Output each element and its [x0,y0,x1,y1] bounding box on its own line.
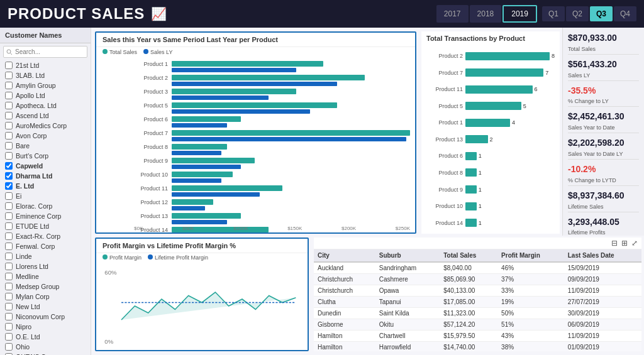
expand-icon[interactable]: ⤢ [631,239,638,248]
customer-checkbox[interactable] [5,172,13,180]
customer-checkbox[interactable] [5,112,13,119]
total-bar [172,199,213,205]
list-item[interactable]: New Ltd [0,302,91,312]
table-row[interactable]: ChristchurchCashmere$85,069.9037%09/09/2… [314,274,641,285]
customer-checkbox[interactable] [5,263,13,270]
customer-checkbox[interactable] [5,152,13,160]
list-item[interactable]: Capweld [0,161,91,171]
list-item[interactable]: Ascend Ltd [0,111,91,121]
quarter-tab-Q4[interactable]: Q4 [614,6,636,21]
list-item[interactable]: E. Ltd [0,181,91,191]
year-tabs: 201720182019 [436,5,537,23]
table-column-header: City [314,249,375,262]
customer-checkbox[interactable] [5,273,13,280]
customer-checkbox[interactable] [5,232,13,240]
table-cell: Opawa [375,285,440,297]
table-row[interactable]: CluthaTapanui$17,085.0019%27/07/2019 [314,297,641,308]
quarter-tab-Q2[interactable]: Q2 [566,6,589,21]
list-item[interactable]: Bare [0,141,91,151]
quarter-tab-Q3[interactable]: Q3 [590,6,613,21]
table-row[interactable]: HamiltonChartwell$15,979.5043%11/09/2019 [314,330,641,342]
list-item[interactable]: 21st Ltd [0,60,91,70]
list-item[interactable]: ETUDE Ltd [0,221,91,231]
customer-checkbox[interactable] [5,72,13,79]
customer-checkbox[interactable] [5,182,13,190]
customer-checkbox[interactable] [5,293,13,300]
table-row[interactable]: GisborneOkitu$57,124.2051%06/09/2019 [314,319,641,330]
list-item[interactable]: Niconovum Corp [0,312,91,322]
list-item[interactable]: Exact-Rx. Corp [0,231,91,241]
list-item[interactable]: Amylin Group [0,80,91,90]
list-item[interactable]: Fenwal. Corp [0,241,91,251]
quarter-tab-Q1[interactable]: Q1 [542,6,565,21]
customer-checkbox[interactable] [5,283,13,290]
list-item[interactable]: Apollo Ltd [0,90,91,101]
kpi-label: Lifetime Sales [568,204,639,212]
customer-checkbox[interactable] [5,313,13,320]
list-item[interactable]: Avon Corp [0,131,91,141]
list-item[interactable]: Dharma Ltd [0,171,91,181]
table-row[interactable]: HamiltonHarrowfield$14,740.0038%01/09/20… [314,342,641,352]
year-tab-2018[interactable]: 2018 [470,5,502,23]
customer-checkbox[interactable] [5,132,13,139]
list-item[interactable]: Nipro [0,322,91,332]
customer-list: 21st Ltd3LAB. LtdAmylin GroupApollo LtdA… [0,60,91,355]
table-row[interactable]: DunedinSaint Kilda$11,323.0050%30/09/201… [314,308,641,319]
customer-checkbox[interactable] [5,82,13,89]
table-cell: 33% [497,285,564,297]
list-item[interactable]: Ohio [0,342,91,352]
table-row[interactable]: ChristchurchOpawa$40,133.0033%11/09/2019 [314,285,641,297]
customer-checkbox[interactable] [5,303,13,310]
customer-checkbox[interactable] [5,343,13,351]
table-cell: Clutha [314,297,375,308]
list-item[interactable]: Llorens Ltd [0,261,91,271]
year-tab-2019[interactable]: 2019 [502,5,537,23]
customer-checkbox[interactable] [5,323,13,330]
list-item[interactable]: Apotheca. Ltd [0,101,91,111]
list-item[interactable]: Burt's Corp [0,151,91,161]
table-body: AucklandSandringham$8,040.0046%15/09/201… [314,262,641,351]
trans-bar-row: Product 55 [426,102,555,110]
list-item[interactable]: Eminence Corp [0,211,91,221]
customer-checkbox[interactable] [5,253,13,260]
trans-bar [465,52,550,60]
trans-bar [465,185,477,194]
list-item[interactable]: AuroMedics Corp [0,121,91,131]
customer-name: Ei [16,192,21,200]
list-item[interactable]: Medsep Group [0,281,91,292]
list-item[interactable]: Medline [0,271,91,281]
list-item[interactable]: O.E. Ltd [0,332,91,342]
main-layout: Customer Names 21st Ltd3LAB. LtdAmylin G… [0,28,644,355]
list-item[interactable]: Ei [0,191,91,201]
sales-table: CitySuburbTotal SalesProfit MarginLast S… [314,249,641,351]
customer-checkbox[interactable] [5,222,13,230]
list-item[interactable]: Linde [0,251,91,261]
customer-checkbox[interactable] [5,162,13,170]
trans-value: 1 [479,153,482,159]
list-item[interactable]: Mylan Corp [0,292,91,302]
trans-bar-row: Product 101 [426,202,555,210]
customer-checkbox[interactable] [5,102,13,109]
customer-checkbox[interactable] [5,92,13,99]
customer-checkbox[interactable] [5,333,13,341]
trans-bar [465,219,477,227]
customer-checkbox[interactable] [5,62,13,69]
grid-icon[interactable]: ⊞ [621,239,628,248]
customer-checkbox[interactable] [5,202,13,210]
customer-checkbox[interactable] [5,243,13,250]
kpi-label: Sales LY [568,72,639,81]
table-row[interactable]: AucklandSandringham$8,040.0046%15/09/201… [314,262,641,274]
table-cell: 27/07/2019 [564,297,641,308]
ly-bar [172,178,221,183]
customer-checkbox[interactable] [5,122,13,129]
ly-bar [172,220,227,224]
list-item[interactable]: 3LAB. Ltd [0,70,91,80]
filter-icon[interactable]: ⊟ [611,239,618,248]
list-item[interactable]: Elorac. Corp [0,201,91,211]
customer-checkbox[interactable] [5,142,13,150]
list-item[interactable]: OHTA'S Corp [0,352,91,355]
year-tab-2017[interactable]: 2017 [436,5,469,23]
search-input[interactable] [3,46,87,58]
customer-checkbox[interactable] [5,192,13,200]
customer-checkbox[interactable] [5,212,13,220]
